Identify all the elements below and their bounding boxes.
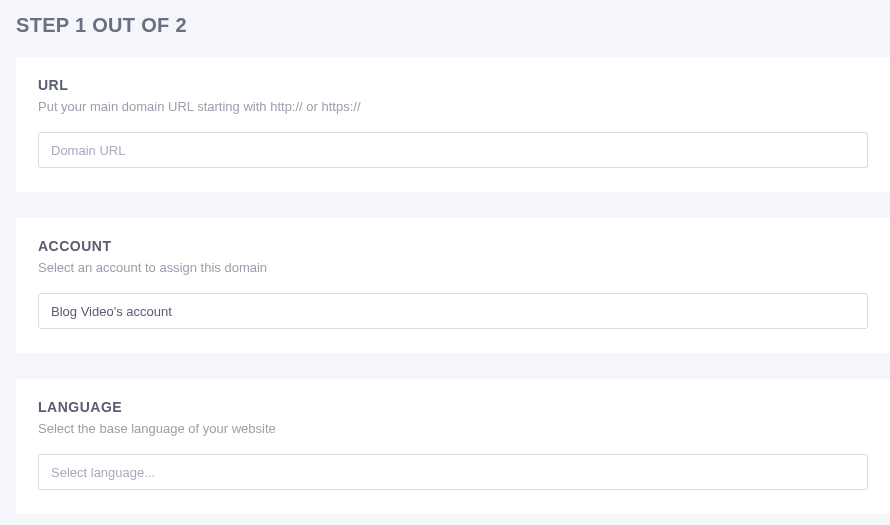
- url-subtitle: Put your main domain URL starting with h…: [38, 99, 868, 114]
- url-section: URL Put your main domain URL starting wi…: [16, 57, 890, 192]
- language-section: LANGUAGE Select the base language of you…: [16, 379, 890, 514]
- account-title: ACCOUNT: [38, 238, 868, 254]
- language-select[interactable]: Select language...: [38, 454, 868, 490]
- account-selected-value: Blog Video's account: [51, 304, 172, 319]
- account-section: ACCOUNT Select an account to assign this…: [16, 218, 890, 353]
- url-title: URL: [38, 77, 868, 93]
- language-title: LANGUAGE: [38, 399, 868, 415]
- account-subtitle: Select an account to assign this domain: [38, 260, 868, 275]
- language-placeholder: Select language...: [51, 465, 155, 480]
- account-select[interactable]: Blog Video's account: [38, 293, 868, 329]
- language-subtitle: Select the base language of your website: [38, 421, 868, 436]
- page-header: STEP 1 OUT OF 2: [0, 0, 890, 57]
- domain-url-input[interactable]: [38, 132, 868, 168]
- step-title: STEP 1 OUT OF 2: [16, 14, 874, 37]
